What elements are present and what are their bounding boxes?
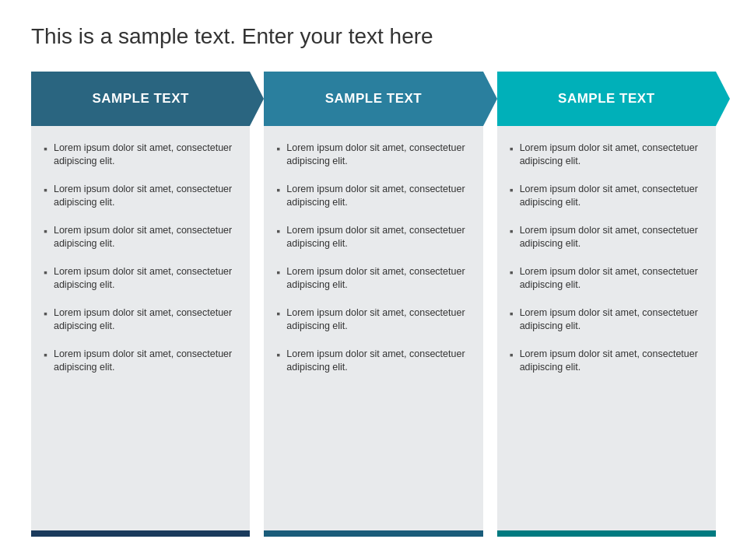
list-item: Lorem ipsum dolor sit amet, consectetuer… — [44, 142, 237, 169]
list-item: Lorem ipsum dolor sit amet, consectetuer… — [44, 348, 237, 375]
column-2-footer — [264, 530, 482, 537]
list-item: Lorem ipsum dolor sit amet, consectetuer… — [276, 183, 470, 210]
list-item: Lorem ipsum dolor sit amet, consectetuer… — [44, 224, 237, 251]
list-item: Lorem ipsum dolor sit amet, consectetuer… — [276, 265, 470, 292]
list-item: Lorem ipsum dolor sit amet, consectetuer… — [510, 306, 703, 334]
list-item: Lorem ipsum dolor sit amet, consectetuer… — [276, 224, 470, 251]
column-1-header: SAMPLE TEXT — [31, 72, 250, 126]
list-item: Lorem ipsum dolor sit amet, consectetuer… — [276, 306, 470, 334]
column-3-list: Lorem ipsum dolor sit amet, consectetuer… — [510, 142, 703, 375]
list-item: Lorem ipsum dolor sit amet, consectetuer… — [44, 306, 237, 334]
column-2: SAMPLE TEXT Lorem ipsum dolor sit amet, … — [264, 72, 482, 537]
column-1-body: Lorem ipsum dolor sit amet, consectetuer… — [31, 126, 250, 530]
column-3-footer — [497, 530, 716, 537]
column-1-footer — [31, 530, 250, 537]
column-2-list: Lorem ipsum dolor sit amet, consectetuer… — [276, 142, 470, 375]
column-1: SAMPLE TEXT Lorem ipsum dolor sit amet, … — [31, 72, 250, 537]
page-title: This is a sample text. Enter your text h… — [31, 23, 716, 50]
column-2-title: SAMPLE TEXT — [325, 91, 423, 107]
column-1-list: Lorem ipsum dolor sit amet, consectetuer… — [44, 142, 237, 375]
column-1-title: SAMPLE TEXT — [92, 91, 189, 107]
list-item: Lorem ipsum dolor sit amet, consectetuer… — [276, 348, 470, 375]
column-3-body: Lorem ipsum dolor sit amet, consectetuer… — [497, 126, 716, 530]
column-3: SAMPLE TEXT Lorem ipsum dolor sit amet, … — [497, 72, 716, 537]
column-2-body: Lorem ipsum dolor sit amet, consectetuer… — [264, 126, 482, 530]
list-item: Lorem ipsum dolor sit amet, consectetuer… — [276, 142, 470, 169]
column-2-header: SAMPLE TEXT — [264, 72, 482, 126]
columns-container: SAMPLE TEXT Lorem ipsum dolor sit amet, … — [31, 72, 716, 537]
list-item: Lorem ipsum dolor sit amet, consectetuer… — [44, 265, 237, 292]
page-container: This is a sample text. Enter your text h… — [0, 0, 747, 560]
list-item: Lorem ipsum dolor sit amet, consectetuer… — [510, 224, 703, 251]
list-item: Lorem ipsum dolor sit amet, consectetuer… — [510, 183, 703, 210]
list-item: Lorem ipsum dolor sit amet, consectetuer… — [510, 265, 703, 292]
column-3-title: SAMPLE TEXT — [558, 91, 655, 107]
list-item: Lorem ipsum dolor sit amet, consectetuer… — [510, 142, 703, 169]
list-item: Lorem ipsum dolor sit amet, consectetuer… — [510, 348, 703, 375]
list-item: Lorem ipsum dolor sit amet, consectetuer… — [44, 183, 237, 210]
column-3-header: SAMPLE TEXT — [497, 72, 716, 126]
